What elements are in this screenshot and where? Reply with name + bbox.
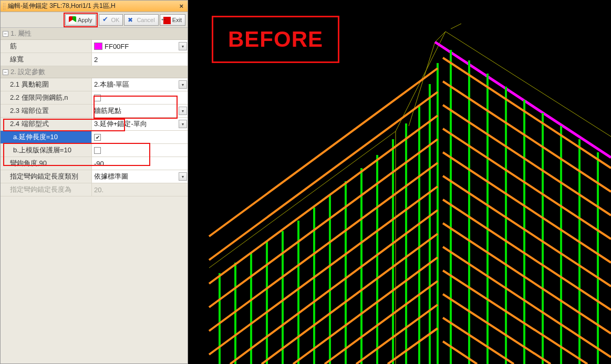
row-rebar-label[interactable]: 筋 xyxy=(1,40,92,53)
panel-title: 編輯-延伸錨定 3FL:78,Hori1/1 共1區,H xyxy=(8,2,177,11)
row-endtype-label[interactable]: 2.4 端部型式 xyxy=(1,118,92,131)
chevron-down-icon: ▾ xyxy=(179,120,187,128)
row-linewidth-value[interactable]: 2 xyxy=(92,53,178,66)
row-hooklentype-label[interactable]: 指定彎鉤錨定長度類別 xyxy=(1,170,92,183)
svg-line-3 xyxy=(446,32,611,137)
row-extlen-value[interactable]: ✔ xyxy=(92,131,178,144)
row-uppercover-dd xyxy=(178,144,188,157)
svg-line-5 xyxy=(409,42,435,126)
chevron-down-icon: ▾ xyxy=(179,172,187,181)
row-sameside-value[interactable] xyxy=(92,91,178,105)
chevron-down-icon: ▾ xyxy=(179,107,187,115)
cancel-icon xyxy=(128,16,135,24)
checkbox-checked-icon[interactable]: ✔ xyxy=(94,134,101,141)
row-extlen-dd xyxy=(178,131,188,144)
row-endtype-dd[interactable]: ▾ xyxy=(178,118,188,131)
row-rebar-text: FF00FF xyxy=(105,43,129,50)
row-scope-dd[interactable]: ▾ xyxy=(178,78,188,91)
row-hooklenval-dd xyxy=(178,183,188,196)
property-panel: 編輯-延伸錨定 3FL:78,Hori1/1 共1區,H × Apply OK … xyxy=(0,0,188,364)
row-sameside-label[interactable]: 2.2 僅限同側鋼筋,n xyxy=(1,91,92,105)
row-hookangle-value[interactable]: -90. xyxy=(92,157,178,170)
checkbox-icon[interactable] xyxy=(94,147,101,154)
row-hooklenval-value: 20. xyxy=(92,183,178,196)
checkbox-icon[interactable] xyxy=(94,95,101,101)
row-endpos-dd[interactable]: ▾ xyxy=(178,105,188,118)
viewport-3d[interactable]: BEFORE xyxy=(188,0,611,364)
apply-label: Apply xyxy=(78,17,92,23)
chevron-down-icon: ▾ xyxy=(179,80,187,89)
section-params[interactable]: − 2. 設定參數 xyxy=(1,66,188,78)
exit-label: Exit xyxy=(172,17,182,23)
panel-toolbar: Apply OK Cancel Exit xyxy=(1,12,188,28)
row-hookangle-dd xyxy=(178,157,188,170)
svg-line-42 xyxy=(325,281,438,364)
cancel-button[interactable]: Cancel xyxy=(124,14,158,26)
apply-button[interactable]: Apply xyxy=(65,14,96,26)
exit-icon xyxy=(163,17,171,24)
panel-titlebar: 編輯-延伸錨定 3FL:78,Hori1/1 共1區,H × xyxy=(1,1,188,12)
apply-highlight-box: Apply xyxy=(64,13,98,27)
chevron-down-icon: ▾ xyxy=(179,42,187,50)
row-uppercover-value[interactable] xyxy=(92,144,178,157)
exit-button[interactable]: Exit xyxy=(160,14,185,26)
ok-label: OK xyxy=(111,17,120,23)
property-grid: − 1. 屬性 筋 FF00FF ▾ 線寬 2 − 2. 設定參數 2.1 異動… xyxy=(1,28,188,196)
ok-button[interactable]: OK xyxy=(99,14,123,26)
row-linewidth-dd xyxy=(178,53,188,66)
row-endtype-value[interactable]: 3.延伸+錨定-單向 xyxy=(92,118,178,131)
row-hooklentype-value[interactable]: 依據標準圖 xyxy=(92,170,178,183)
close-icon[interactable]: × xyxy=(177,2,185,10)
row-linewidth-label[interactable]: 線寬 xyxy=(1,53,92,66)
section-params-title: 2. 設定參數 xyxy=(11,67,45,77)
section-properties-title: 1. 屬性 xyxy=(11,29,32,38)
row-hooklentype-dd[interactable]: ▾ xyxy=(178,170,188,183)
svg-line-4 xyxy=(435,32,446,42)
row-endpos-label[interactable]: 2.3 端部位置 xyxy=(1,105,92,118)
collapse-icon[interactable]: − xyxy=(3,31,8,37)
svg-line-57 xyxy=(443,341,477,364)
row-hooklenval-label: 指定彎鉤錨定長度為 xyxy=(1,183,92,196)
svg-line-54 xyxy=(443,271,587,364)
svg-line-56 xyxy=(443,318,514,364)
row-uppercover-label[interactable]: b.上模版保護層=10 xyxy=(1,144,92,157)
row-rebar-value[interactable]: FF00FF xyxy=(92,40,178,53)
row-extlen-label[interactable]: a.延伸長度=10 xyxy=(1,131,92,144)
collapse-icon[interactable]: − xyxy=(3,69,8,75)
row-scope-value[interactable]: 2.本牆-單區 xyxy=(92,78,178,91)
row-rebar-dd[interactable]: ▾ xyxy=(178,40,188,53)
section-properties[interactable]: − 1. 屬性 xyxy=(1,28,188,40)
svg-line-1 xyxy=(209,131,396,268)
ok-icon xyxy=(102,16,110,24)
cancel-label: Cancel xyxy=(137,17,154,23)
svg-line-43 xyxy=(356,305,438,364)
apply-icon xyxy=(69,16,76,24)
grip-icon xyxy=(3,3,6,10)
row-hookangle-label[interactable]: 彎鉤角度,90 xyxy=(1,157,92,170)
row-endpos-value[interactable]: 牆筋尾點 xyxy=(92,105,178,118)
before-label: BEFORE xyxy=(212,16,339,63)
svg-line-6 xyxy=(451,24,461,29)
row-scope-label[interactable]: 2.1 異動範圍 xyxy=(1,78,92,91)
color-swatch-icon xyxy=(94,43,102,50)
row-sameside-dd xyxy=(178,91,188,105)
